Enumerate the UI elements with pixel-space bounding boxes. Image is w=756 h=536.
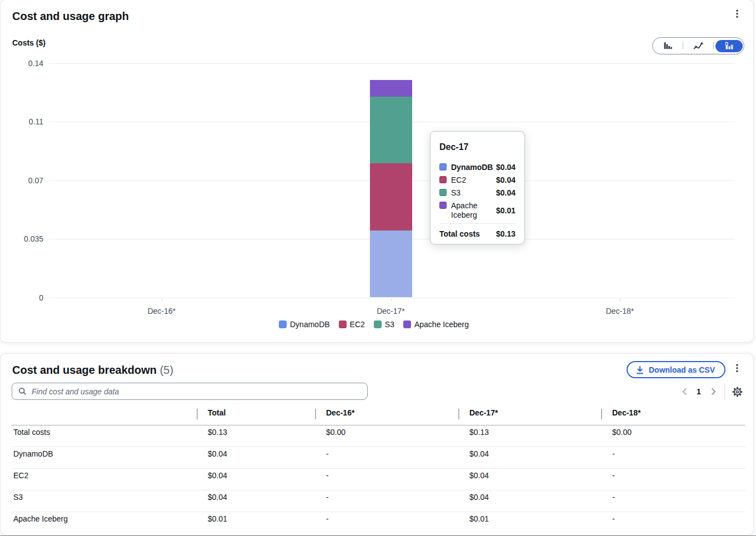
x-axis-tick-mark <box>162 298 162 301</box>
tooltip-total-label: Total costs <box>439 229 480 239</box>
table-cell-value: $0.04 <box>469 490 489 512</box>
next-page-button[interactable] <box>705 384 721 399</box>
table-cell-service-name: EC2 <box>13 469 28 490</box>
download-as-csv-button[interactable]: Download as CSV <box>627 361 725 378</box>
search-input[interactable] <box>32 387 363 396</box>
table-settings-button[interactable] <box>729 385 745 399</box>
table-column-header[interactable]: Dec-17* <box>469 404 498 425</box>
download-button-label: Download as CSV <box>649 365 715 374</box>
table-cell-value: - <box>612 447 615 469</box>
search-box <box>12 383 368 400</box>
table-cell-value: - <box>612 512 615 534</box>
download-icon <box>635 365 644 374</box>
column-resize-divider[interactable] <box>601 409 602 419</box>
tooltip-row-s3: S3$0.04 <box>439 188 515 198</box>
y-axis-tick-label: 0.14 <box>12 59 43 68</box>
line-chart-icon <box>693 42 703 51</box>
table-row: S3$0.04-$0.04- <box>11 490 745 512</box>
table-column-header[interactable]: Total <box>208 404 226 425</box>
tooltip-series-value: $0.04 <box>496 188 515 198</box>
chart-type-bar-button[interactable] <box>653 38 683 54</box>
tooltip-row-dynamodb: DynamoDB$0.04 <box>439 163 515 172</box>
table-cell-value: - <box>326 447 329 469</box>
stacked-bar-chart-icon <box>724 41 734 51</box>
pagination-divider <box>724 384 725 400</box>
legend-item-ec2[interactable]: EC2 <box>339 320 365 329</box>
legend-label: Apache Iceberg <box>414 320 469 329</box>
chart-gridline <box>49 298 735 298</box>
chart-legend: DynamoDBEC2S3Apache Iceberg <box>279 320 469 329</box>
tooltip-series-label[interactable]: EC2 <box>451 176 493 185</box>
table-cell-service-name: Total costs <box>13 425 50 447</box>
column-resize-divider[interactable] <box>315 409 316 419</box>
column-resize-divider[interactable] <box>458 409 459 419</box>
table-cell-value: $0.04 <box>469 447 489 469</box>
table-cell-service-name: DynamoDB <box>13 447 53 469</box>
table-column-header[interactable]: Dec-16* <box>326 404 354 425</box>
tooltip-swatch <box>439 189 447 196</box>
tooltip-series-label[interactable]: S3 <box>451 188 493 198</box>
x-axis-tick-label: Dec-17* <box>358 307 424 315</box>
y-axis-tick-label: 0.035 <box>12 234 43 243</box>
legend-swatch <box>403 320 411 328</box>
breakdown-card-menu-button[interactable] <box>729 362 745 378</box>
chevron-left-icon <box>682 388 687 395</box>
table-cell-value: $0.00 <box>612 425 632 447</box>
bar-segment-apache-iceberg[interactable] <box>370 80 412 97</box>
legend-swatch <box>374 320 382 328</box>
table-cell-value: $0.13 <box>208 425 227 447</box>
chart-type-line-button[interactable] <box>683 38 713 54</box>
legend-item-s3[interactable]: S3 <box>374 320 394 329</box>
table-cell-value: - <box>612 490 615 512</box>
page: Cost and usage graph Costs ($) <box>0 0 756 536</box>
legend-item-apache-iceberg[interactable]: Apache Iceberg <box>403 320 469 329</box>
bar-segment-ec2[interactable] <box>370 163 412 231</box>
cost-and-usage-breakdown-card: Cost and usage breakdown (5) Download as… <box>1 354 753 535</box>
y-axis-tick-label: 0.11 <box>12 117 43 126</box>
tooltip-series-label[interactable]: DynamoDB <box>451 163 493 172</box>
tooltip-row-ec2: EC2$0.04 <box>439 176 515 185</box>
previous-page-button[interactable] <box>677 384 692 399</box>
legend-label: EC2 <box>350 320 365 329</box>
bar-segment-dynamodb[interactable] <box>370 231 412 298</box>
legend-label: S3 <box>385 320 394 329</box>
table-cell-value: $0.04 <box>208 447 227 469</box>
breakdown-counter: (5) <box>160 364 173 376</box>
tooltip-series-value: $0.04 <box>496 176 515 185</box>
tooltip-series-value: $0.04 <box>496 163 515 172</box>
x-axis-tick-label: Dec-16* <box>128 307 195 315</box>
y-axis-tick-label: 0.07 <box>12 176 43 185</box>
x-axis-tick-mark <box>391 298 392 301</box>
pagination: 1 <box>677 384 721 399</box>
chart-type-segmented-control <box>652 37 744 54</box>
cost-and-usage-graph-card: Cost and usage graph Costs ($) <box>1 0 753 342</box>
tooltip-series-label[interactable]: Apache Iceberg <box>451 201 493 220</box>
tooltip-title: Dec-17 <box>439 142 515 153</box>
table-header-row: TotalDec-16*Dec-17*Dec-18* <box>11 404 745 425</box>
bar-chart-icon <box>663 41 673 51</box>
tooltip-total-value: $0.13 <box>496 229 515 239</box>
bar-segment-s3[interactable] <box>370 97 412 164</box>
legend-item-dynamodb[interactable]: DynamoDB <box>279 320 330 329</box>
tooltip-swatch <box>439 163 447 171</box>
table-cell-service-name: S3 <box>13 490 23 512</box>
table-cell-value: $0.01 <box>208 512 227 534</box>
table-column-header[interactable]: Dec-18* <box>612 404 640 425</box>
graph-card-menu-button[interactable] <box>729 7 745 24</box>
table-cell-value: - <box>326 512 329 534</box>
table-cell-value: - <box>326 490 329 512</box>
tooltip-series-value: $0.01 <box>496 206 515 216</box>
y-axis-tick-label: 0 <box>12 293 43 302</box>
chart-type-stacked-bar-button[interactable] <box>714 38 744 54</box>
table-cell-value: - <box>326 469 329 490</box>
breakdown-table: TotalDec-16*Dec-17*Dec-18*Total costs$0.… <box>11 404 745 534</box>
legend-swatch <box>279 320 287 328</box>
kebab-menu-icon <box>735 363 739 377</box>
column-resize-divider[interactable] <box>197 409 198 419</box>
current-page-number[interactable]: 1 <box>692 387 705 396</box>
legend-swatch <box>339 320 347 328</box>
table-cell-value: $0.04 <box>208 490 227 512</box>
table-cell-value: $0.04 <box>208 469 227 490</box>
breakdown-card-title: Cost and usage breakdown (5) <box>12 363 173 377</box>
table-cell-value: $0.01 <box>469 512 489 534</box>
